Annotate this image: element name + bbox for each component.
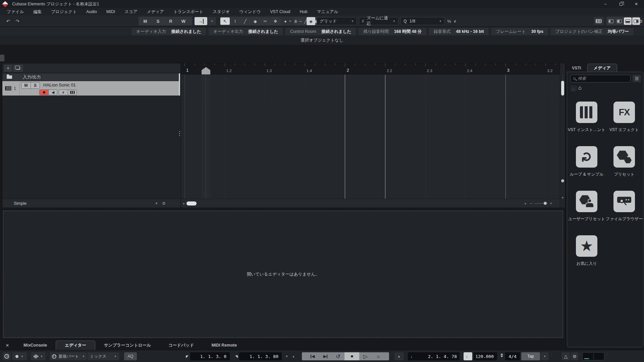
midi-insert-mode-dropdown[interactable]: 新規パート ▼ <box>50 352 87 360</box>
search-input[interactable]: 検索 <box>570 75 631 82</box>
grid-type-dropdown[interactable]: グリッド▼ <box>317 17 357 25</box>
automation-button[interactable]: S <box>152 17 164 25</box>
tempo-spinner[interactable] <box>500 353 503 357</box>
quantize-panel-button[interactable]: e <box>452 17 458 25</box>
tempo-display[interactable]: 120.000 <box>474 352 497 360</box>
undo-button[interactable]: ↶ <box>4 17 12 25</box>
horizontal-scroll-thumb[interactable] <box>186 201 197 205</box>
preroll-button[interactable]: ◗ <box>394 352 404 360</box>
timeline-ruler[interactable]: 11.21.31.422.22.32.433.2 <box>181 63 560 74</box>
autoscroll-button[interactable]: → <box>195 17 207 25</box>
automation-button[interactable]: R <box>165 17 177 25</box>
menu-item[interactable]: Audio <box>82 8 102 15</box>
zoom-slider[interactable] <box>534 203 548 204</box>
snap-toggle-button[interactable]: ◈ <box>307 17 315 25</box>
playhead-handle[interactable] <box>202 67 210 74</box>
midi-merge-dropdown[interactable]: ミックス▼ <box>87 352 119 360</box>
lower-zone-tab[interactable]: エディター <box>56 341 95 350</box>
preset-gear-icon[interactable]: ⚙ <box>162 201 166 206</box>
media-tile[interactable]: ★ お気に入り <box>569 235 604 266</box>
tap-tempo-button[interactable]: Tap <box>521 352 540 360</box>
record-modes-button[interactable] <box>3 352 11 360</box>
back-button[interactable]: ← <box>570 85 577 92</box>
time-signature-display[interactable]: 4/4 <box>505 352 520 360</box>
media-tile[interactable]: ファイルブラウザー <box>607 191 642 222</box>
zoom-in-icon[interactable]: + <box>550 201 552 206</box>
right-locator-display[interactable]: 1. 1. 3. 80 <box>239 352 282 360</box>
track-scale-icon[interactable]: ⌃⌄ <box>560 75 565 79</box>
mute-button[interactable]: M <box>21 82 31 88</box>
stop-button[interactable]: ■ <box>344 352 359 360</box>
left-edge-handle[interactable] <box>0 55 4 61</box>
punch-in-button[interactable]: ▼ <box>284 352 290 360</box>
track-name[interactable]: HALion Sonic 01 <box>43 82 76 87</box>
vertical-scroll-thumb[interactable] <box>561 81 564 96</box>
record-mode-dropdown[interactable]: ▼ <box>12 352 27 360</box>
scroll-left-icon[interactable]: ◂ <box>181 202 186 205</box>
tool-button[interactable]: ╱ <box>240 17 250 25</box>
edit-channel-button[interactable]: e <box>59 90 68 95</box>
splitter-handle[interactable] <box>179 129 180 138</box>
tab-vsti[interactable]: VSTi <box>566 64 587 72</box>
lower-zone-button[interactable] <box>624 17 632 25</box>
left-locator-display[interactable]: 1. 1. 3. 0 <box>190 352 230 360</box>
record-enable-button[interactable] <box>40 90 48 95</box>
home-icon[interactable]: ⌂ <box>578 85 582 91</box>
cycle-button[interactable]: ↺ <box>332 352 344 360</box>
event-grid[interactable] <box>181 75 560 199</box>
record-button[interactable]: ○ <box>372 352 385 360</box>
time-format-note-icon[interactable]: ♩ <box>411 354 415 359</box>
visibility-preset-label[interactable]: Simple <box>14 201 26 206</box>
vertical-zoom-knob[interactable] <box>561 179 564 182</box>
audio-record-mode-dropdown[interactable]: ▼ <box>31 352 46 360</box>
lower-zone-tab[interactable]: コードパッド <box>160 341 203 350</box>
menu-item[interactable]: MIDI <box>102 8 120 15</box>
lower-zone-tab[interactable]: サンプラーコントロール <box>95 341 160 350</box>
punch-out-button[interactable]: ▲ <box>290 352 297 360</box>
media-tile[interactable]: ユーザープリセット <box>569 191 604 222</box>
right-locator-flag-icon[interactable]: ◥ <box>234 352 239 360</box>
metronome-setup-button[interactable]: ⚙ <box>571 352 578 360</box>
monitor-button[interactable]: ◀) <box>48 90 57 95</box>
menu-item[interactable]: VST Cloud <box>265 8 295 15</box>
iterative-quantize-button[interactable]: % <box>446 17 452 25</box>
preset-caret-icon[interactable]: ▼ <box>155 202 158 205</box>
menu-item[interactable]: Hub <box>295 8 312 15</box>
menu-item[interactable]: 編集 <box>29 8 46 15</box>
autoscroll-options-button[interactable]: ▼ <box>208 17 216 25</box>
track-list-splitter[interactable] <box>179 73 180 96</box>
lower-zone-tab[interactable]: MixConsole <box>15 341 56 350</box>
menu-item[interactable]: スコア <box>120 8 142 15</box>
automation-curve-button[interactable]: ~ <box>297 17 305 25</box>
minimize-button[interactable]: – <box>598 0 613 8</box>
menu-item[interactable]: スタジオ <box>208 8 234 15</box>
instrument-track-row[interactable]: 1 M S HALion Sonic 01 ◀) e <box>2 81 179 96</box>
tool-button[interactable]: I <box>230 17 240 25</box>
use-track-preset-button[interactable] <box>13 65 23 72</box>
metronome-button[interactable]: △ <box>561 352 570 360</box>
add-track-button[interactable]: + <box>4 65 12 72</box>
audio-performance-meter[interactable] <box>582 352 604 360</box>
edit-instrument-button[interactable] <box>68 90 76 95</box>
menu-item[interactable]: ウィンドウ <box>234 8 265 15</box>
zoom-out-icon[interactable]: − <box>530 201 532 206</box>
automation-button[interactable]: W <box>177 17 190 25</box>
menu-item[interactable]: トランスポート <box>169 8 208 15</box>
close-button[interactable]: ✕ <box>629 0 644 8</box>
tool-button[interactable]: ❖ <box>271 17 280 25</box>
zoom-slider-thumb[interactable] <box>544 202 547 205</box>
menu-item[interactable]: プロジェクト <box>46 8 82 15</box>
goto-end-button[interactable]: ▶ <box>319 352 332 360</box>
setup-toolbar-button[interactable]: ⚙ <box>638 17 643 25</box>
goto-start-button[interactable]: ◀ <box>306 352 319 360</box>
left-locator-flag-icon[interactable]: ◤ <box>184 352 190 360</box>
media-tile[interactable]: ↻ ループ & サンプル <box>569 146 604 177</box>
left-zone-button[interactable] <box>607 17 615 25</box>
tempo-options-dropdown[interactable]: ▼ <box>541 352 549 360</box>
menu-item[interactable]: マニュアル <box>312 8 343 15</box>
scroll-right-icon[interactable]: ▸ <box>523 202 528 205</box>
media-tile[interactable]: FX VST エフェクト <box>607 102 642 133</box>
automation-button[interactable]: M <box>139 17 151 25</box>
menu-item[interactable]: メディア <box>142 8 169 15</box>
tool-button[interactable]: ◆ <box>251 17 260 25</box>
